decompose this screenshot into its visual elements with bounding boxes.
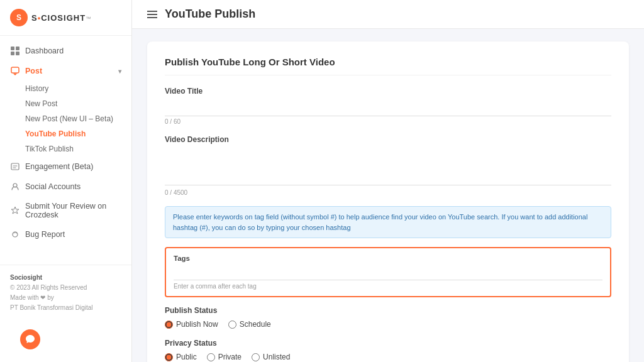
publish-status-group: Publish Status Publish Now Schedule <box>165 306 611 329</box>
public-radio[interactable] <box>165 353 173 361</box>
unlisted-radio[interactable] <box>252 353 260 361</box>
svg-rect-3 <box>16 52 19 55</box>
video-desc-label: Video Description <box>165 135 611 144</box>
bug-icon <box>10 229 20 239</box>
sidebar: S S•CIOSIGHT™ Dashboard <box>0 0 132 362</box>
video-title-group: Video Title 0 / 60 <box>165 87 611 125</box>
chevron-down-icon: ▾ <box>118 68 121 75</box>
video-desc-char-count: 0 / 4500 <box>165 189 611 196</box>
chat-button[interactable] <box>20 329 40 349</box>
svg-rect-2 <box>11 52 14 55</box>
video-title-label: Video Title <box>165 87 611 96</box>
tags-hint: Enter a comma after each tag <box>174 283 602 290</box>
svg-rect-0 <box>11 47 14 50</box>
footer-company: PT Bonik Transformasi Digital <box>10 303 121 313</box>
private-radio[interactable] <box>207 353 215 361</box>
sidebar-review-label: Submit Your Review on Crozdesk <box>25 202 121 219</box>
sidebar-dashboard-label: Dashboard <box>25 47 64 55</box>
logo-icon: S <box>10 9 28 26</box>
publish-now-radio[interactable] <box>165 321 173 329</box>
svg-rect-1 <box>16 47 19 50</box>
message-icon <box>10 66 20 76</box>
tags-input[interactable] <box>174 266 602 280</box>
publish-now-option[interactable]: Publish Now <box>165 320 218 329</box>
sidebar-navigation: Dashboard Post ▾ History New Post New Po… <box>0 36 131 265</box>
footer-made-with: Made with ❤ by <box>10 293 121 303</box>
public-option[interactable]: Public <box>165 353 197 361</box>
sidebar-bug-label: Bug Report <box>25 230 65 239</box>
page-header: YouTube Publish <box>132 0 644 29</box>
sidebar-item-history[interactable]: History <box>0 81 131 96</box>
sidebar-item-youtube-publish[interactable]: YouTube Publish <box>0 126 131 141</box>
svg-rect-5 <box>11 163 19 170</box>
social-icon <box>10 182 20 192</box>
sidebar-footer: Sociosight © 2023 All Rights Reserved Ma… <box>0 265 131 321</box>
award-icon <box>10 206 20 216</box>
schedule-radio[interactable] <box>228 321 236 329</box>
tags-info-box: Please enter keywords on tag field (with… <box>165 206 611 238</box>
sidebar-item-bug-report[interactable]: Bug Report <box>0 224 131 244</box>
grid-icon <box>10 46 20 56</box>
unlisted-label: Unlisted <box>263 353 290 361</box>
sidebar-item-engagement[interactable]: Engagement (Beta) <box>0 156 131 177</box>
logo: S S•CIOSIGHT™ <box>0 0 131 36</box>
sidebar-item-dashboard[interactable]: Dashboard <box>0 41 131 61</box>
footer-copyright: © 2023 All Rights Reserved <box>10 283 121 293</box>
public-label: Public <box>176 353 197 361</box>
video-title-input[interactable] <box>165 99 611 116</box>
content-area: Publish YouTube Long Or Short Video Vide… <box>132 29 644 362</box>
publish-form-card: Publish YouTube Long Or Short Video Vide… <box>147 41 629 362</box>
publish-now-label: Publish Now <box>176 320 218 329</box>
private-label: Private <box>218 353 242 361</box>
hamburger-menu[interactable] <box>147 11 157 18</box>
sidebar-item-post[interactable]: Post ▾ <box>0 61 131 81</box>
post-submenu: History New Post New Post (New UI – Beta… <box>0 81 131 156</box>
footer-brand-name: Sociosight <box>10 273 121 283</box>
sidebar-post-label: Post <box>25 67 42 75</box>
sidebar-engagement-label: Engagement (Beta) <box>25 162 93 171</box>
unlisted-option[interactable]: Unlisted <box>252 353 290 361</box>
sidebar-item-social-accounts[interactable]: Social Accounts <box>0 177 131 197</box>
svg-marker-7 <box>11 207 19 214</box>
publish-status-label: Publish Status <box>165 306 611 315</box>
video-description-group: Video Description 0 / 4500 <box>165 135 611 196</box>
publish-status-radio-group: Publish Now Schedule <box>165 320 611 329</box>
svg-point-8 <box>13 232 18 237</box>
privacy-status-radio-group: Public Private Unlisted <box>165 353 611 361</box>
logo-text: S•CIOSIGHT™ <box>31 13 92 23</box>
privacy-status-label: Privacy Status <box>165 339 611 348</box>
private-option[interactable]: Private <box>207 353 242 361</box>
video-title-char-count: 0 / 60 <box>165 118 611 125</box>
form-card-title: Publish YouTube Long Or Short Video <box>165 57 611 75</box>
privacy-status-group: Privacy Status Public Private Unlisted <box>165 339 611 361</box>
engagement-icon <box>10 162 20 172</box>
video-desc-input[interactable] <box>165 148 611 185</box>
sidebar-item-new-post[interactable]: New Post <box>0 96 131 111</box>
schedule-label: Schedule <box>240 320 271 329</box>
schedule-option[interactable]: Schedule <box>228 320 271 329</box>
sidebar-item-submit-review[interactable]: Submit Your Review on Crozdesk <box>0 197 131 224</box>
tags-label: Tags <box>174 255 602 262</box>
sidebar-item-new-post-beta[interactable]: New Post (New UI – Beta) <box>0 111 131 126</box>
sidebar-item-tiktok-publish[interactable]: TikTok Publish <box>0 141 131 156</box>
sidebar-social-label: Social Accounts <box>25 182 80 191</box>
svg-rect-4 <box>11 67 19 73</box>
page-title: YouTube Publish <box>165 8 255 21</box>
tags-section: Tags Enter a comma after each tag <box>165 247 611 297</box>
main-content: YouTube Publish Publish YouTube Long Or … <box>132 0 644 362</box>
